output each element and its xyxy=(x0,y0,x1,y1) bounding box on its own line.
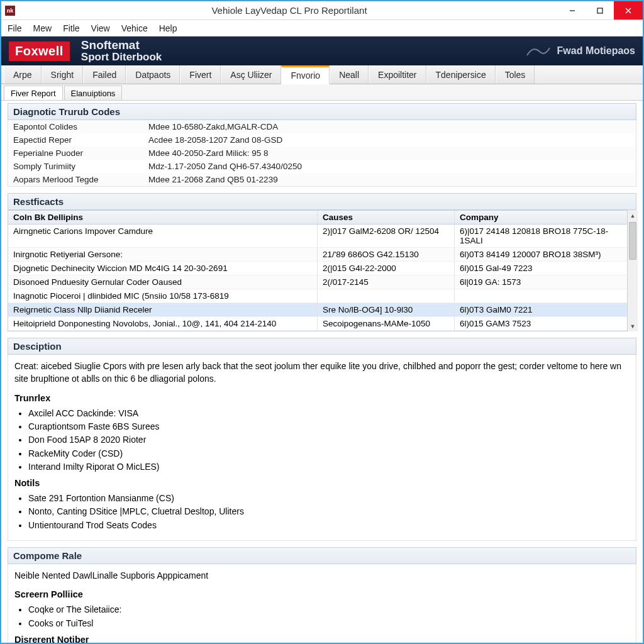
menu-mew[interactable]: Mew xyxy=(33,23,52,33)
col-dellipins[interactable]: Coln Bk Dellipins xyxy=(8,211,318,224)
list-item: Sate 291 Fortontion Mansianme (CS) xyxy=(28,492,630,504)
maximize-button[interactable] xyxy=(586,1,614,19)
brand-line2: Sport Diterbook xyxy=(81,52,162,63)
tab-asç uliizer[interactable]: Asç Uliizer xyxy=(221,65,281,84)
diag-row[interactable]: Eapontol ColidesMdee 10-6580-Zakd,MGALR-… xyxy=(8,120,636,133)
diag-value: Mdz-1.17-2050 Zand QH6-57.4340/0250 xyxy=(148,162,631,171)
table-row[interactable]: Airngnetic Carions Impover Camdure2)|017… xyxy=(8,225,636,248)
table-cell: Inagnotic Pioceroi | dlinbided MIC (5nsi… xyxy=(8,289,318,303)
scroll-up-icon[interactable]: ▲ xyxy=(628,210,638,221)
brand-decor-icon xyxy=(526,43,551,59)
title-bar: nk Vehiole LayVedap CL Pro Reportilant xyxy=(1,1,643,20)
comp-body: Neible Nented DawlLinalle Supboris Apppi… xyxy=(8,564,636,643)
tab-sright[interactable]: Sright xyxy=(42,65,84,84)
diag-value: Mdee 40-2050-Zard Milick: 95 8 xyxy=(148,148,631,158)
col-causes[interactable]: Causes xyxy=(318,211,455,224)
desc-header: Desciption xyxy=(8,338,636,355)
resf-table: Coln Bk Dellipins Causes Company Airngne… xyxy=(8,210,636,331)
menu-vehice[interactable]: Vehice xyxy=(121,23,148,33)
brand-logo: Foxwell xyxy=(9,42,70,61)
comp-sec1-title: Screern Polliice xyxy=(14,588,630,601)
list-item: Curaptiontsom Faste 6BS Surees xyxy=(28,420,630,433)
diag-row[interactable]: Somply TurimiityMdz-1.17-2050 Zand QH6-5… xyxy=(8,160,636,173)
close-button[interactable] xyxy=(614,1,643,19)
list-item: Axcilel ACC Dackinde: VISA xyxy=(28,407,630,419)
table-cell: 2(/017-2145 xyxy=(318,275,455,289)
tab-datpaots[interactable]: Datpaots xyxy=(126,65,180,84)
app-icon: nk xyxy=(5,6,15,16)
table-cell xyxy=(318,289,455,303)
table-cell: Disonoed Pnduesity Gernular Coder Oaused xyxy=(8,275,318,289)
table-row[interactable]: Djognetic Dechinecity Wiccion MD Mc4IG 1… xyxy=(8,262,636,275)
content-area: Diagnotic Trurub Codes Eapontol ColidesM… xyxy=(1,101,643,643)
table-row[interactable]: Inagnotic Pioceroi | dlinbided MIC (5nsi… xyxy=(8,289,636,303)
table-cell: Inirgnotic Retiyerial Gersone: xyxy=(8,248,318,261)
table-cell: 6)|017 24148 120818 BRO18 775C-18-1SALI xyxy=(455,225,636,247)
comp-line: Neible Nented DawlLinalle Supboris Apppi… xyxy=(14,569,630,582)
scroll-down-icon[interactable]: ▼ xyxy=(628,321,638,331)
list-item: Interand Imilty Riporat O MicLES) xyxy=(28,460,630,473)
table-scrollbar[interactable]: ▲ ▼ xyxy=(627,210,638,331)
tab-fivert[interactable]: Fivert xyxy=(180,65,221,84)
list-item: RackeMity Coder (CSD) xyxy=(28,447,630,460)
diag-value: Mdee 10-6580-Zakd,MGALR-CDA xyxy=(148,122,631,131)
table-cell: Airngnetic Carions Impover Camdure xyxy=(8,225,318,247)
diag-table: Eapontol ColidesMdee 10-6580-Zakd,MGALR-… xyxy=(8,120,636,187)
primary-tabs: ArpeSrightFailedDatpaotsFivertAsç Uliize… xyxy=(1,65,643,84)
menu-fitle[interactable]: Fitle xyxy=(63,23,79,33)
table-cell: Reigrnetic Class Nllp Diianid Receler xyxy=(8,303,318,316)
resf-header: Restficacts xyxy=(8,193,636,210)
diag-row[interactable]: Feperialne PuoderMdee 40-2050-Zard Milic… xyxy=(8,147,636,160)
diag-value: Acdee 18-2058-1207 Zand 08-GSD xyxy=(148,135,631,145)
table-row[interactable]: Heitoiprield Donponesting Novolobs, Joni… xyxy=(8,317,636,331)
minimize-button[interactable] xyxy=(558,1,586,19)
desc-intro: Creat: aicebed Siuglie Cpors with pre le… xyxy=(14,360,630,386)
diag-row[interactable]: Aopars Merlood TegdeMdee 21-2068 Zand QB… xyxy=(8,173,636,186)
table-cell: Secoipogenans-MAMe-1050 xyxy=(318,317,455,330)
window-title: Vehiole LayVedap CL Pro Reportilant xyxy=(20,5,558,16)
list-item: Don Food 15AP 8 2020 Rioter xyxy=(28,433,630,446)
menu-help[interactable]: Help xyxy=(159,23,177,33)
table-cell: 21/'89 686OS G42.15130 xyxy=(318,248,455,261)
tab-neall[interactable]: Neall xyxy=(330,65,369,84)
tab-arpe[interactable]: Arpe xyxy=(4,65,42,84)
tab-tdenipersice[interactable]: Tdenipersice xyxy=(426,65,496,84)
sub-tabs: Fiver ReportElanuiptions xyxy=(1,84,643,101)
subtab-fiver-report[interactable]: Fiver Report xyxy=(4,86,63,100)
table-cell: 2(|015 G4l-22-2000 xyxy=(318,262,455,275)
tab-fnvorio[interactable]: Fnvorio xyxy=(281,65,330,84)
diag-key: Aopars Merlood Tegde xyxy=(13,175,148,184)
table-cell: 2)|017 GalM2-6208 OR/ 12504 xyxy=(318,225,455,247)
tab-toles[interactable]: Toles xyxy=(496,65,535,84)
list-item: Cooks or TuiTesl xyxy=(28,617,630,630)
desc-sec1-title: Trunrlex xyxy=(14,392,630,405)
table-cell: 6l|019 GA: 1573 xyxy=(455,275,636,289)
table-cell: 6l)0T3 84149 120007 BRO18 38SM³) xyxy=(455,248,636,261)
list-item: Untientourand Trod Seats Codes xyxy=(28,519,630,531)
tab-failed[interactable]: Failed xyxy=(83,65,126,84)
diag-key: Somply Turimiity xyxy=(13,162,148,171)
menu-view[interactable]: View xyxy=(91,23,110,33)
comp-sec2-title: Disrerent Notiber xyxy=(14,633,630,643)
table-row[interactable]: Reigrnetic Class Nllp Diianid RecelerSre… xyxy=(8,303,636,317)
diag-key: Eapontol Colides xyxy=(13,122,148,131)
svg-rect-1 xyxy=(597,8,602,13)
menu-bar: File Mew Fitle View Vehice Help xyxy=(1,20,643,36)
table-row[interactable]: Inirgnotic Retiyerial Gersone:21/'89 686… xyxy=(8,248,636,262)
diag-key: Eapectid Reper xyxy=(13,135,148,145)
brand-line1: Snoftemat xyxy=(81,39,162,52)
list-item: Coqke or The Siletaiice: xyxy=(28,603,630,616)
diag-row[interactable]: Eapectid ReperAcdee 18-2058-1207 Zand 08… xyxy=(8,133,636,147)
desc-sec2-title: Notils xyxy=(14,477,630,490)
scroll-thumb[interactable] xyxy=(629,222,636,260)
tab-expoiltiter[interactable]: Expoiltiter xyxy=(369,65,426,84)
list-item: Nonto, Canting DSitice |MPLC, Cluetral D… xyxy=(28,505,630,518)
table-row[interactable]: Disonoed Pnduesity Gernular Coder Oaused… xyxy=(8,275,636,289)
brand-right-text: Fwad Motiepaos xyxy=(557,45,635,57)
diag-key: Feperialne Puoder xyxy=(13,148,148,158)
subtab-elanuiptions[interactable]: Elanuiptions xyxy=(64,86,123,100)
table-cell: Sre No/lB-OG4] 10-9l30 xyxy=(318,303,455,316)
col-company[interactable]: Company xyxy=(455,211,636,224)
menu-file[interactable]: File xyxy=(8,23,22,33)
diag-header: Diagnotic Trurub Codes xyxy=(8,103,636,120)
